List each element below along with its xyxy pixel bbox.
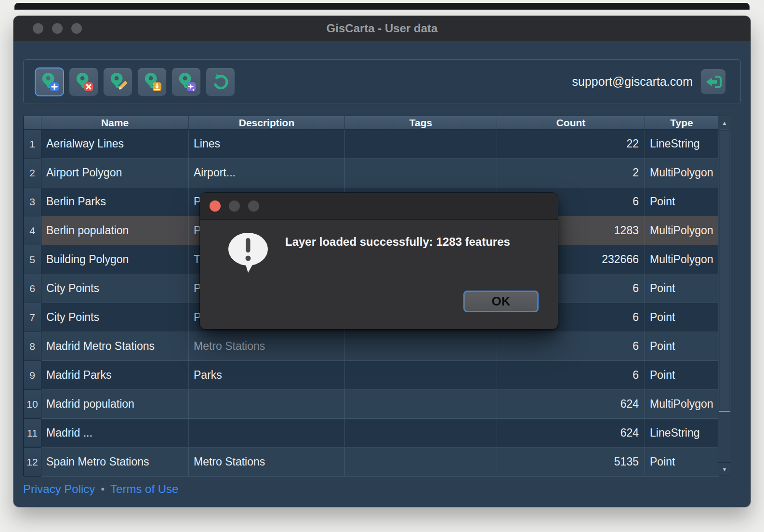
column-header-description[interactable]: Description — [189, 116, 345, 130]
name-cell: Berlin population — [41, 216, 189, 245]
column-header-count[interactable]: Count — [497, 116, 645, 130]
exclamation-bubble-icon — [226, 231, 270, 276]
tags-cell — [345, 448, 497, 477]
layer-tool-group — [35, 67, 235, 96]
type-cell: Point — [645, 448, 719, 477]
table-row[interactable]: 10 Madrid population 624 MultiPolygon — [24, 390, 731, 419]
pin-sparkle-icon — [176, 72, 197, 92]
table-row[interactable]: 2 Airport Polygon Airport... 2 MultiPoly… — [24, 159, 731, 187]
row-number-cell: 1 — [24, 130, 41, 159]
footer-links: Privacy Policy • Terms of Use — [23, 482, 178, 496]
table-row[interactable]: 8 Madrid Metro Stations Metro Stations 6… — [24, 332, 731, 361]
type-cell: Point — [645, 274, 719, 303]
row-number-cell: 10 — [24, 390, 41, 419]
dialog-close-button[interactable] — [210, 200, 221, 212]
type-cell: LineString — [645, 130, 719, 159]
privacy-policy-link[interactable]: Privacy Policy — [23, 482, 95, 496]
table-row[interactable]: 11 Madrid ... 624 LineString — [24, 419, 731, 448]
count-cell: 5135 — [497, 448, 645, 477]
add-layer-button[interactable] — [35, 67, 64, 96]
type-cell: LineString — [645, 419, 719, 448]
column-header-name[interactable]: Name — [41, 116, 189, 130]
row-number-cell: 11 — [24, 419, 41, 448]
footer-separator: • — [101, 483, 105, 495]
refresh-button[interactable] — [206, 67, 235, 96]
tags-cell — [345, 361, 497, 390]
count-cell: 624 — [497, 419, 645, 448]
logout-icon — [704, 73, 723, 91]
dialog-body: Layer loaded successfully: 1283 features… — [200, 220, 558, 329]
account-area: support@giscarta.com — [572, 69, 726, 94]
window-titlebar: GisCarta - User data — [13, 16, 751, 41]
pin-download-icon — [142, 72, 162, 92]
dialog-titlebar — [200, 193, 558, 220]
scrollbar-thumb[interactable] — [719, 130, 730, 412]
traffic-lights — [33, 16, 82, 41]
ok-button[interactable]: OK — [463, 291, 539, 312]
magic-layer-button[interactable] — [171, 67, 201, 96]
name-cell: Aerialway Lines — [41, 130, 189, 159]
type-cell: MultiPolygon — [645, 159, 719, 187]
zoom-button[interactable] — [71, 23, 82, 34]
description-cell: Metro Stations — [189, 448, 345, 477]
description-cell: Metro Stations — [189, 332, 345, 361]
name-cell: Berlin Parks — [41, 187, 189, 216]
count-cell: 22 — [497, 130, 645, 159]
table-row[interactable]: 1 Aerialway Lines Lines 22 LineString — [24, 130, 731, 159]
row-number-cell: 7 — [24, 303, 41, 332]
tags-cell — [345, 390, 497, 419]
name-cell: City Points — [41, 303, 189, 332]
table-row[interactable]: 12 Spain Metro Stations Metro Stations 5… — [24, 448, 731, 477]
row-number-cell: 4 — [24, 216, 41, 245]
description-cell: Parks — [189, 361, 345, 390]
name-cell: Madrid ... — [41, 419, 189, 448]
type-cell: Point — [645, 187, 719, 216]
scroll-down-button[interactable]: ▼ — [718, 462, 731, 476]
vertical-scrollbar: ▲ ▼ — [718, 116, 731, 476]
type-cell: Point — [645, 332, 719, 361]
terms-of-use-link[interactable]: Terms of Use — [110, 482, 178, 496]
column-header-type[interactable]: Type — [645, 116, 719, 130]
alert-dialog: Layer loaded successfully: 1283 features… — [200, 193, 558, 329]
toolbar: support@giscarta.com — [23, 59, 741, 104]
delete-layer-button[interactable] — [69, 67, 98, 96]
type-cell: Point — [645, 303, 719, 332]
name-cell: Madrid population — [41, 390, 189, 419]
window-title: GisCarta - User data — [13, 22, 751, 35]
edit-layer-button[interactable] — [103, 67, 132, 96]
pin-delete-icon — [74, 72, 94, 92]
logout-button[interactable] — [700, 69, 726, 94]
close-button[interactable] — [33, 23, 43, 34]
row-number-cell: 2 — [24, 159, 41, 187]
row-number-cell: 8 — [24, 332, 41, 361]
type-cell: MultiPolygon — [645, 216, 719, 245]
table-row[interactable]: 9 Madrid Parks Parks 6 Point — [24, 361, 731, 390]
dialog-zoom-button[interactable] — [248, 200, 259, 212]
count-cell: 2 — [497, 159, 645, 187]
count-cell: 6 — [497, 332, 645, 361]
account-email: support@giscarta.com — [572, 75, 693, 89]
row-number-cell: 3 — [24, 187, 41, 216]
corner-header-cell — [24, 116, 41, 130]
name-cell: Building Polygon — [41, 245, 189, 274]
tags-cell — [345, 332, 497, 361]
minimize-button[interactable] — [52, 23, 63, 34]
scroll-up-button[interactable]: ▲ — [718, 116, 731, 130]
column-header-tags[interactable]: Tags — [345, 116, 497, 130]
description-cell — [189, 419, 345, 448]
row-number-cell: 9 — [24, 361, 41, 390]
row-number-cell: 5 — [24, 245, 41, 274]
download-layer-button[interactable] — [137, 67, 167, 96]
name-cell: Airport Polygon — [41, 159, 189, 187]
desktop-background: GisCarta - User data — [0, 0, 764, 532]
pin-edit-icon — [108, 72, 128, 92]
dialog-minimize-button[interactable] — [229, 200, 240, 212]
description-cell: Lines — [189, 130, 345, 159]
name-cell: Madrid Parks — [41, 361, 189, 390]
name-cell: Spain Metro Stations — [41, 448, 189, 477]
row-number-cell: 12 — [24, 448, 41, 477]
name-cell: Madrid Metro Stations — [41, 332, 189, 361]
type-cell: MultiPolygon — [645, 245, 719, 274]
tags-cell — [345, 130, 497, 159]
dialog-message: Layer loaded successfully: 1283 features — [285, 235, 510, 249]
